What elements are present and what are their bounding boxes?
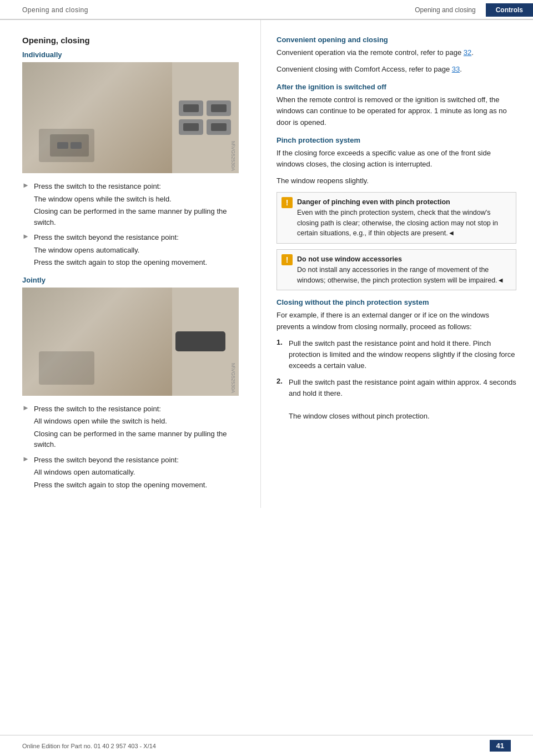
- warning1-title: Danger of pinching even with pinch prote…: [297, 198, 450, 206]
- tab-opening-closing: Opening and closing: [405, 3, 485, 17]
- warning-box-pinch: ! Danger of pinching even with pinch pro…: [276, 192, 516, 244]
- closing-para: For example, if there is an external dan…: [276, 310, 516, 332]
- closing-title: Closing without the pinch protection sys…: [276, 298, 516, 306]
- bullet-item: ► Press the switch beyond the resistance…: [22, 232, 247, 268]
- header-tabs: Opening and closing Controls: [405, 3, 533, 17]
- switch-icon-tl: [179, 100, 203, 116]
- bullet-item: ► Press the switch beyond the resistance…: [22, 455, 247, 491]
- step-2: 2. Pull the switch past the resistance p…: [276, 377, 516, 422]
- bullet-item: ► Press the switch to the resistance poi…: [22, 404, 247, 450]
- main-content: Opening, closing Individually M\VG52530A: [0, 20, 533, 508]
- convenient-para2: Convenient closing with Comfort Access, …: [276, 64, 516, 75]
- header-section-label: Opening and closing: [0, 6, 405, 14]
- step1-text: Pull the switch past the resistance poin…: [289, 338, 516, 371]
- pinch-title: Pinch protection system: [276, 136, 516, 144]
- bullet-item: ► Press the switch to the resistance poi…: [22, 181, 247, 228]
- left-column: Opening, closing Individually M\VG52530A: [0, 20, 261, 508]
- ignition-title: After the ignition is switched off: [276, 83, 516, 91]
- step2-text: Pull the switch past the resistance poin…: [289, 378, 516, 397]
- image-watermark-jointly: M\VG52530A: [230, 363, 236, 393]
- ignition-para: When the remote control is removed or th…: [276, 94, 516, 128]
- image-watermark: M\VG52530A: [230, 141, 236, 171]
- switch-icon-br: [207, 119, 231, 135]
- pinch-para2: The window reopens slightly.: [276, 175, 516, 187]
- closing-steps: 1. Pull the switch past the resistance p…: [276, 338, 516, 422]
- page-footer: Online Edition for Part no. 01 40 2 957 …: [0, 735, 533, 756]
- step1-num: 1.: [276, 338, 289, 346]
- jointly-title: Jointly: [22, 276, 247, 284]
- bullet-arrow-icon: ►: [22, 232, 29, 240]
- pinch-para1: If the closing force exceeds a specific …: [276, 148, 516, 170]
- step2-continuation: The window closes without pinch protecti…: [289, 412, 430, 420]
- warning1-body: Even with the pinch protection system, c…: [297, 209, 498, 238]
- switch-icon-tr: [207, 100, 231, 116]
- switch-grid-individually: [179, 100, 231, 135]
- step-1: 1. Pull the switch past the resistance p…: [276, 338, 516, 371]
- individually-image: M\VG52530A: [22, 62, 239, 173]
- convenient-title: Convenient opening and closing: [276, 36, 516, 44]
- warning-icon: !: [281, 197, 293, 208]
- right-column: Convenient opening and closing Convenien…: [261, 20, 533, 508]
- warning-box-accessories: ! Do not use window accessories Do not i…: [276, 249, 516, 290]
- page-number: 41: [490, 740, 511, 752]
- bullet-arrow-icon: ►: [22, 455, 29, 463]
- individually-bullets: ► Press the switch to the resistance poi…: [22, 181, 247, 268]
- bullet-arrow-icon: ►: [22, 404, 29, 412]
- switch-icon-bl: [179, 119, 203, 135]
- footer-text: Online Edition for Part no. 01 40 2 957 …: [22, 743, 156, 749]
- warning2-title: Do not use window accessories: [297, 255, 402, 263]
- page-header: Opening and closing Opening and closing …: [0, 0, 533, 20]
- link-page32[interactable]: 32: [464, 48, 471, 57]
- jointly-image: M\VG52530A: [22, 288, 239, 396]
- warning2-body: Do not install any accessories in the ra…: [297, 266, 504, 284]
- convenient-para1: Convenient operation via the remote cont…: [276, 47, 516, 58]
- tab-controls: Controls: [486, 3, 533, 17]
- link-page33[interactable]: 33: [452, 65, 460, 73]
- warning-icon-2: !: [281, 254, 293, 265]
- section-title: Opening, closing: [22, 36, 247, 45]
- switch-icon-jointly: [175, 331, 225, 351]
- bullet-arrow-icon: ►: [22, 181, 29, 189]
- step2-num: 2.: [276, 377, 289, 385]
- individually-title: Individually: [22, 51, 247, 59]
- jointly-bullets: ► Press the switch to the resistance poi…: [22, 404, 247, 491]
